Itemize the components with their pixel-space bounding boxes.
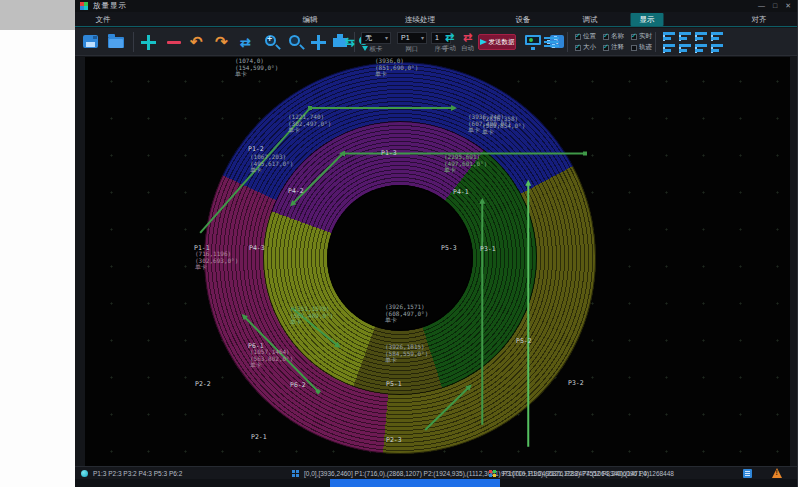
board-select[interactable]: 无 [361, 32, 391, 44]
segment-label-P3-2: P3-2 [568, 379, 584, 387]
checkbox-realtime[interactable]: 实时 [631, 31, 652, 42]
coordinate-label-2: (3936,0) (851,690,0°) 单卡 [375, 58, 418, 78]
send-data-button[interactable]: 发送数据 [478, 34, 516, 50]
warning-icon[interactable] [772, 468, 782, 478]
coordinate-label-1: (1074,0) (154,599,0°) 单卡 [235, 58, 278, 78]
maximize-button[interactable]: □ [773, 2, 777, 10]
menu-item-2[interactable]: 连续处理 [396, 13, 444, 26]
board-select-group: 无板卡 [361, 32, 391, 54]
zoom-out-button[interactable] [289, 35, 300, 46]
align-button-6[interactable] [679, 44, 691, 53]
segment-label-P1-3: P1-3 [381, 149, 397, 157]
menu-item-6[interactable]: 对齐 [743, 13, 776, 26]
align-button-5[interactable] [663, 44, 675, 53]
segment-label-P5-2: P5-2 [516, 337, 532, 345]
checkbox-label: 实时 [639, 32, 652, 41]
checkbox-box-icon [631, 34, 637, 40]
port-select[interactable]: P1 [397, 32, 427, 44]
save-icon [83, 35, 98, 48]
checkbox-name[interactable]: 名称 [603, 31, 624, 42]
close-button[interactable]: ✕ [785, 2, 791, 10]
manual-label: 手动 [443, 44, 456, 53]
segment-label-P2-3: P2-3 [386, 436, 402, 444]
align-button-3[interactable] [695, 32, 707, 41]
display-checkboxes: 位置名称实时大小注释轨迹 [575, 31, 652, 53]
path-start-marker [308, 106, 312, 110]
coordinate-label-5: (2836,358) (569,854,0°) 单卡 [482, 116, 525, 136]
checkbox-size[interactable]: 大小 [575, 42, 596, 53]
route-icon: ⇆ [345, 35, 355, 50]
background-left [0, 0, 75, 487]
segment-label-P1-1: P1-1 [194, 244, 210, 252]
menu-item-3[interactable]: 设备 [507, 13, 540, 26]
status-dot-icon [81, 470, 88, 477]
arrowhead-icon [479, 198, 485, 204]
path-start-marker [583, 152, 587, 156]
align-button-4[interactable] [711, 32, 723, 41]
checkbox-note[interactable]: 注释 [603, 42, 624, 53]
minus-icon [167, 41, 181, 44]
port-select-label: 网口 [406, 45, 419, 54]
checkbox-box-icon [603, 34, 609, 40]
swap-icon: ⇄ [240, 35, 251, 50]
manual-button[interactable]: ⇄ 手动 [443, 32, 456, 53]
checkbox-position[interactable]: 位置 [575, 31, 596, 42]
zoom-in-button[interactable] [265, 35, 276, 46]
redo-button[interactable]: ↷ [215, 34, 228, 49]
coordinate-label-6: (2295,691) (497,601,0°) 单卡 [444, 154, 487, 174]
status-counts: P1:3 P2:3 P3:2 P4:3 P5:3 P6:2 [93, 470, 182, 477]
manual-icon: ⇄ [445, 32, 454, 43]
checkbox-box-icon [575, 34, 581, 40]
coordinate-label-12: (716,1196) (302,693,0°) 单卡 [195, 251, 238, 271]
menu-item-5[interactable]: 显示 [631, 13, 664, 26]
arrowhead-icon [525, 180, 531, 186]
status-totals: 971000+ P1:2496876 P2:2477552 P3:2406096… [501, 470, 674, 477]
coordinate-label-9: (3926,1571) (608,497,0°) 单卡 [385, 304, 428, 324]
toolbar: ↶ ↷ ⇄ ⇆ 无板卡P1网口1序号 ⇄ 手动 ⇄ 自动 发送数据 [75, 28, 797, 56]
auto-button[interactable]: ⇄ 自动 [461, 32, 474, 53]
menu-item-1[interactable]: 编辑 [294, 13, 327, 26]
undo-button[interactable]: ↶ [190, 34, 203, 49]
progress-strip [330, 479, 500, 487]
align-button-8[interactable] [711, 44, 723, 53]
app-window: 放量显示 — □ ✕ 文件编辑连续处理设备调试显示对齐 ↶ ↷ ⇄ ⇆ [75, 0, 798, 487]
rgb-icon [489, 470, 497, 478]
app-logo-icon [80, 2, 88, 10]
transform-button[interactable]: ⇄ [240, 35, 251, 50]
auto-label: 自动 [461, 44, 474, 53]
minimize-button[interactable]: — [758, 2, 765, 10]
title-bar: 放量显示 — □ ✕ [75, 0, 797, 12]
checkbox-track[interactable]: 轨迹 [631, 42, 652, 53]
document-icon[interactable] [743, 469, 752, 478]
segment-label-P1-2: P1-2 [248, 145, 264, 153]
zoom-out-icon [289, 35, 300, 46]
board-select-label: 板卡 [370, 45, 383, 54]
align-button-2[interactable] [679, 32, 691, 41]
open-button[interactable] [108, 34, 124, 48]
coordinate-label-11: (1057,1464) (563,802,0°) 单卡 [250, 349, 293, 369]
route-button[interactable]: ⇆ [341, 35, 355, 50]
bottom-strip [75, 479, 797, 487]
add-button[interactable] [141, 35, 156, 50]
align-button-7[interactable] [695, 44, 707, 53]
status-bar: P1:3 P2:3 P3:2 P4:3 P5:3 P6:2 [0,0],[393… [75, 466, 797, 479]
menu-item-4[interactable]: 调试 [574, 13, 607, 26]
checkbox-label: 轨迹 [639, 43, 652, 52]
monitor-icon [525, 35, 541, 45]
menu-item-0[interactable]: 文件 [87, 13, 120, 26]
arrowhead-icon [451, 105, 457, 111]
coordinate-label-8: (1351,1570) (567,489,0°) 单卡 [290, 306, 333, 326]
save-button[interactable] [83, 35, 98, 48]
path-arrow-2 [310, 107, 452, 109]
align-button-1[interactable] [663, 32, 675, 41]
plus-icon [141, 35, 156, 50]
drawing-canvas[interactable]: (1074,0) (154,599,0°) 单卡(3936,0) (851,69… [85, 57, 790, 466]
remove-button[interactable] [167, 41, 181, 44]
checkbox-box-icon [575, 45, 581, 51]
checkbox-label: 位置 [583, 32, 596, 41]
segment-label-P3-1: P3-1 [480, 245, 496, 253]
segment-label-P6-2: P6-2 [290, 381, 306, 389]
background-gray-block [0, 0, 75, 30]
monitor-button[interactable] [525, 35, 541, 45]
segment-label-P2-2: P2-2 [195, 380, 211, 388]
